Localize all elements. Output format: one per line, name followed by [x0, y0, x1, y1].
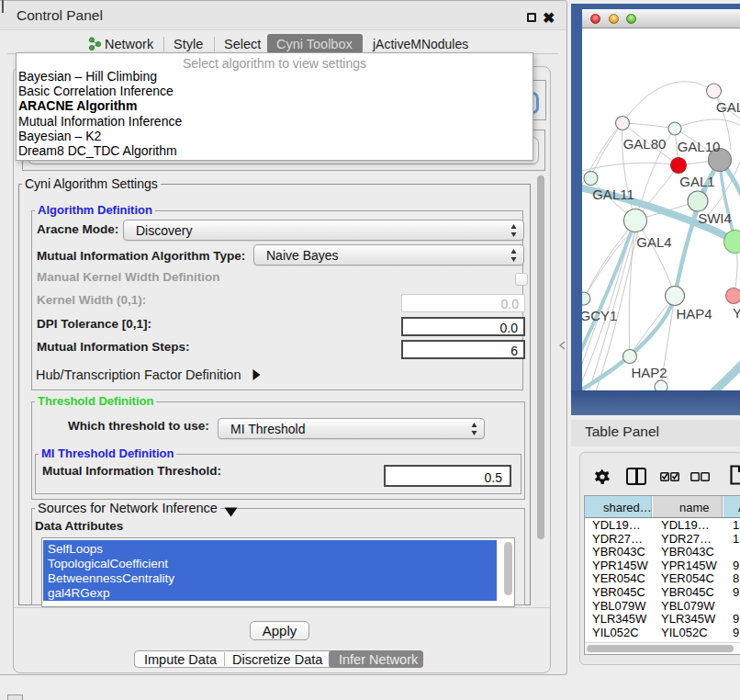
svg-text:SWI4: SWI4: [698, 210, 732, 226]
svg-text:GAL80: GAL80: [623, 136, 667, 152]
svg-text:GCY1: GCY1: [582, 308, 617, 323]
svg-text:HAP4: HAP4: [676, 306, 712, 322]
svg-text:Y: Y: [733, 305, 740, 321]
svg-text:GAL7: GAL7: [716, 99, 740, 115]
svg-text:GAL11: GAL11: [592, 186, 634, 202]
svg-text:GAL10: GAL10: [678, 139, 721, 154]
svg-text:GAL4: GAL4: [636, 234, 671, 250]
svg-text:GAL1: GAL1: [679, 174, 714, 189]
svg-text:HAP2: HAP2: [631, 365, 667, 380]
